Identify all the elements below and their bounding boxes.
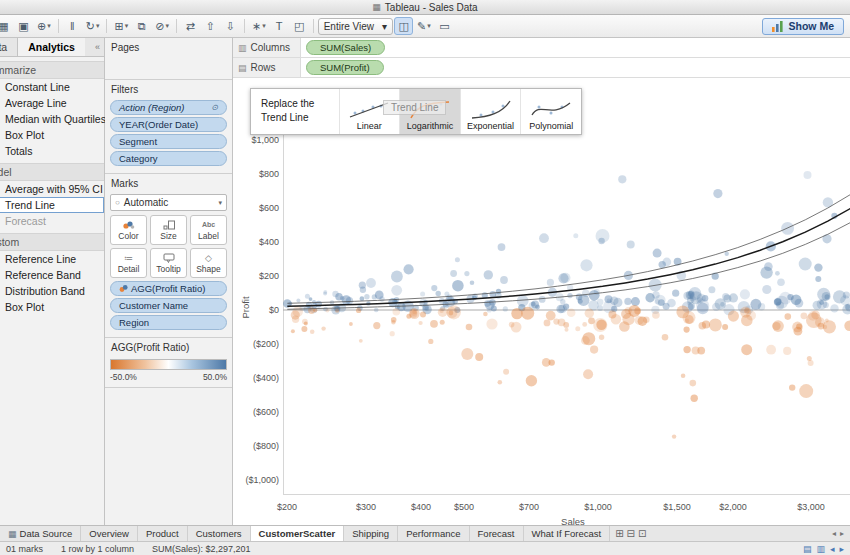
scatter-mark[interactable] (360, 296, 365, 301)
scatter-mark[interactable] (697, 347, 705, 355)
scatter-mark[interactable] (452, 280, 464, 292)
trend-option-polynomial[interactable]: Polynomial (520, 89, 581, 134)
scatter-mark[interactable] (740, 289, 750, 299)
sort-descending-button[interactable]: ⇩ (221, 17, 240, 35)
scatter-mark[interactable] (815, 276, 821, 282)
scatter-mark[interactable] (819, 300, 824, 305)
filter-pill-segment[interactable]: Segment (110, 134, 227, 149)
scroll-tabs-right-icon[interactable]: ▸ (840, 529, 844, 538)
scatter-mark[interactable] (470, 280, 475, 285)
sort-ascending-button[interactable]: ⇧ (201, 17, 220, 35)
trend-option-exponential[interactable]: Exponential (460, 89, 521, 134)
scatter-mark[interactable] (558, 273, 568, 283)
scatter-mark[interactable] (684, 327, 690, 333)
scatter-mark[interactable] (585, 309, 594, 318)
scatter-mark[interactable] (799, 258, 812, 271)
label-button[interactable]: Abc Label (190, 215, 227, 245)
scatter-mark[interactable] (822, 234, 831, 243)
scatter-mark[interactable] (438, 307, 448, 317)
show-sheet-sorter-icon[interactable]: ▤ (803, 544, 812, 554)
scatter-mark[interactable] (808, 360, 814, 366)
scatter-mark[interactable] (549, 359, 555, 365)
tab-performance[interactable]: Performance (398, 526, 469, 541)
color-gradient-bar[interactable] (110, 359, 227, 370)
mark-type-dropdown[interactable]: ○ Automatic ▾ (110, 194, 227, 211)
fix-axes-button[interactable]: ◰ (290, 17, 309, 35)
scatter-mark[interactable] (580, 259, 592, 271)
scatter-mark[interactable] (420, 311, 426, 317)
scatter-mark[interactable] (583, 369, 593, 379)
scatter-mark[interactable] (310, 330, 315, 335)
scatter-mark[interactable] (789, 384, 795, 390)
scatter-mark[interactable] (643, 317, 650, 324)
scatter-mark[interactable] (404, 264, 414, 274)
analytics-item-reference-line[interactable]: Reference Line (0, 251, 104, 267)
tab-product[interactable]: Product (138, 526, 188, 541)
scatter-mark[interactable] (699, 322, 707, 330)
scatter-mark[interactable] (843, 291, 850, 298)
tab-customerscatter[interactable]: CustomerScatter (251, 526, 345, 541)
scatter-mark[interactable] (503, 306, 508, 311)
scatter-mark[interactable] (766, 345, 776, 355)
scatter-mark[interactable] (725, 252, 729, 256)
scatter-mark[interactable] (440, 320, 445, 325)
scatter-mark[interactable] (431, 285, 437, 291)
new-story-tab-icon[interactable]: ⊡ (638, 528, 646, 539)
scatter-mark[interactable] (419, 321, 423, 325)
scatter-mark[interactable] (359, 339, 363, 343)
scatter-mark[interactable] (373, 322, 380, 329)
filter-pill-category[interactable]: Category (110, 151, 227, 166)
scatter-mark[interactable] (622, 313, 634, 325)
scatter-mark[interactable] (422, 304, 428, 310)
new-dashboard-tab-icon[interactable]: ⊟ (627, 528, 635, 539)
scatter-mark[interactable] (814, 263, 822, 271)
marks-pill-profit-ratio[interactable]: AGG(Profit Ratio) (110, 281, 227, 296)
scatter-mark[interactable] (573, 233, 578, 238)
scatter-mark[interactable] (652, 311, 660, 319)
scatter-mark[interactable] (594, 289, 600, 295)
scatter-mark[interactable] (546, 311, 556, 321)
analytics-item-totals[interactable]: Totals (0, 143, 104, 159)
scatter-mark[interactable] (728, 311, 739, 322)
scatter-mark[interactable] (483, 312, 488, 317)
scatter-mark[interactable] (346, 297, 353, 304)
scatter-mark[interactable] (364, 294, 369, 299)
scatter-mark[interactable] (503, 369, 509, 375)
analytics-item-forecast[interactable]: Forecast (0, 213, 104, 229)
scatter-mark[interactable] (309, 297, 313, 301)
marks-pill-customer-name[interactable]: Customer Name (110, 298, 227, 313)
scroll-tabs-left-icon[interactable]: ◂ (832, 529, 836, 538)
scatter-mark[interactable] (366, 278, 376, 288)
scatter-mark[interactable] (762, 285, 771, 294)
scatter-mark[interactable] (796, 323, 802, 329)
scatter-mark[interactable] (775, 271, 780, 276)
scatter-mark[interactable] (567, 309, 576, 318)
columns-pill-sum-sales[interactable]: SUM(Sales) (306, 40, 385, 55)
scatter-mark[interactable] (582, 289, 590, 297)
scatter-mark[interactable] (498, 243, 506, 251)
scatter-mark[interactable] (304, 322, 308, 326)
tab-what-if-forecast[interactable]: What If Forecast (524, 526, 611, 541)
scatter-mark[interactable] (709, 318, 722, 331)
scatter-mark[interactable] (511, 322, 522, 333)
scatter-mark[interactable] (598, 238, 604, 244)
scatter-mark[interactable] (658, 299, 665, 306)
scatter-mark[interactable] (374, 308, 379, 313)
group-members-button[interactable]: ∗▾ (249, 17, 269, 35)
scatter-mark[interactable] (517, 295, 529, 307)
scatter-mark[interactable] (490, 291, 497, 298)
scatter-mark[interactable] (560, 299, 565, 304)
scatter-mark[interactable] (430, 320, 438, 328)
collapse-pane-icon[interactable]: « (91, 38, 104, 56)
scatter-mark[interactable] (686, 291, 694, 299)
clear-sheet-button[interactable]: ⊘▾ (152, 17, 172, 35)
scatter-mark[interactable] (830, 304, 838, 312)
new-worksheet-button[interactable]: ⊞▾ (111, 17, 131, 35)
scatter-mark[interactable] (631, 297, 640, 306)
scatter-mark[interactable] (340, 296, 344, 300)
scatter-mark[interactable] (582, 332, 595, 345)
scatter-mark[interactable] (624, 298, 631, 305)
scatter-mark[interactable] (491, 305, 497, 311)
scatter-mark[interactable] (379, 296, 384, 301)
scatter-mark[interactable] (672, 434, 676, 438)
